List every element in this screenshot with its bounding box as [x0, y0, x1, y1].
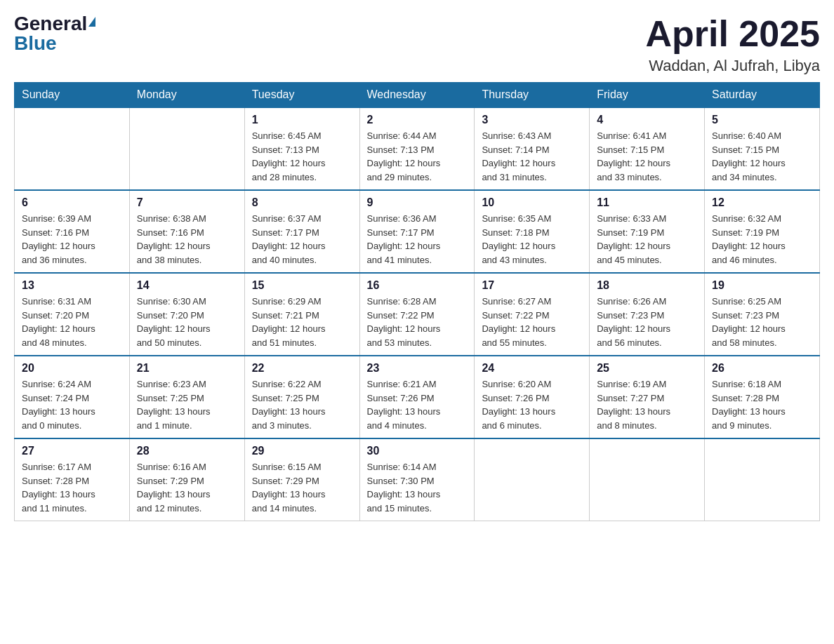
day-cell: 22Sunrise: 6:22 AMSunset: 7:25 PMDayligh…: [244, 356, 359, 438]
day-cell: 28Sunrise: 6:16 AMSunset: 7:29 PMDayligh…: [129, 438, 244, 521]
calendar-title: April 2025: [645, 14, 820, 54]
day-number: 30: [367, 445, 468, 457]
day-cell: 5Sunrise: 6:40 AMSunset: 7:15 PMDaylight…: [705, 107, 820, 190]
day-number: 28: [137, 445, 237, 457]
day-info: Sunrise: 6:45 AMSunset: 7:13 PMDaylight:…: [252, 129, 352, 184]
day-header-wednesday: Wednesday: [359, 83, 475, 108]
day-number: 21: [137, 362, 237, 375]
day-cell: 26Sunrise: 6:18 AMSunset: 7:28 PMDayligh…: [705, 356, 820, 438]
day-info: Sunrise: 6:30 AMSunset: 7:20 PMDaylight:…: [137, 295, 237, 349]
calendar-table: SundayMondayTuesdayWednesdayThursdayFrid…: [14, 82, 820, 521]
day-cell: 3Sunrise: 6:43 AMSunset: 7:14 PMDaylight…: [475, 107, 590, 190]
day-cell: 10Sunrise: 6:35 AMSunset: 7:18 PMDayligh…: [475, 190, 590, 273]
logo-blue-text: Blue: [14, 34, 57, 53]
day-number: 16: [367, 279, 468, 292]
day-info: Sunrise: 6:17 AMSunset: 7:28 PMDaylight:…: [22, 460, 122, 515]
day-cell: [590, 438, 705, 521]
day-cell: 17Sunrise: 6:27 AMSunset: 7:22 PMDayligh…: [475, 273, 590, 356]
day-cell: 16Sunrise: 6:28 AMSunset: 7:22 PMDayligh…: [359, 273, 475, 356]
week-row-2: 6Sunrise: 6:39 AMSunset: 7:16 PMDaylight…: [15, 190, 820, 273]
day-cell: 24Sunrise: 6:20 AMSunset: 7:26 PMDayligh…: [475, 356, 590, 438]
day-info: Sunrise: 6:22 AMSunset: 7:25 PMDaylight:…: [252, 377, 352, 432]
day-info: Sunrise: 6:33 AMSunset: 7:19 PMDaylight:…: [597, 212, 697, 267]
day-cell: 2Sunrise: 6:44 AMSunset: 7:13 PMDaylight…: [359, 107, 475, 190]
day-info: Sunrise: 6:32 AMSunset: 7:19 PMDaylight:…: [712, 212, 812, 267]
day-number: 12: [712, 196, 812, 209]
day-header-saturday: Saturday: [705, 83, 820, 108]
day-info: Sunrise: 6:39 AMSunset: 7:16 PMDaylight:…: [22, 212, 122, 267]
day-number: 9: [367, 196, 468, 209]
day-info: Sunrise: 6:41 AMSunset: 7:15 PMDaylight:…: [597, 129, 697, 184]
day-info: Sunrise: 6:20 AMSunset: 7:26 PMDaylight:…: [482, 377, 582, 432]
day-number: 7: [137, 196, 237, 209]
week-row-4: 20Sunrise: 6:24 AMSunset: 7:24 PMDayligh…: [15, 356, 820, 438]
day-info: Sunrise: 6:18 AMSunset: 7:28 PMDaylight:…: [712, 377, 812, 432]
day-number: 19: [712, 279, 812, 292]
day-number: 18: [597, 279, 697, 292]
day-cell: 19Sunrise: 6:25 AMSunset: 7:23 PMDayligh…: [705, 273, 820, 356]
day-number: 24: [482, 362, 582, 375]
page-header: General Blue April 2025 Waddan, Al Jufra…: [14, 14, 820, 75]
day-info: Sunrise: 6:27 AMSunset: 7:22 PMDaylight:…: [482, 295, 582, 349]
day-info: Sunrise: 6:14 AMSunset: 7:30 PMDaylight:…: [367, 460, 468, 515]
day-number: 5: [712, 114, 812, 126]
day-header-tuesday: Tuesday: [244, 83, 359, 108]
day-cell: 4Sunrise: 6:41 AMSunset: 7:15 PMDaylight…: [590, 107, 705, 190]
day-cell: 23Sunrise: 6:21 AMSunset: 7:26 PMDayligh…: [359, 356, 475, 438]
day-info: Sunrise: 6:23 AMSunset: 7:25 PMDaylight:…: [137, 377, 237, 432]
day-number: 10: [482, 196, 582, 209]
day-info: Sunrise: 6:21 AMSunset: 7:26 PMDaylight:…: [367, 377, 468, 432]
day-cell: 21Sunrise: 6:23 AMSunset: 7:25 PMDayligh…: [129, 356, 244, 438]
day-header-thursday: Thursday: [475, 83, 590, 108]
calendar-location: Waddan, Al Jufrah, Libya: [645, 57, 820, 75]
day-info: Sunrise: 6:24 AMSunset: 7:24 PMDaylight:…: [22, 377, 122, 432]
title-section: April 2025 Waddan, Al Jufrah, Libya: [645, 14, 820, 75]
day-info: Sunrise: 6:36 AMSunset: 7:17 PMDaylight:…: [367, 212, 468, 267]
day-cell: 29Sunrise: 6:15 AMSunset: 7:29 PMDayligh…: [244, 438, 359, 521]
day-info: Sunrise: 6:37 AMSunset: 7:17 PMDaylight:…: [252, 212, 352, 267]
day-info: Sunrise: 6:15 AMSunset: 7:29 PMDaylight:…: [252, 460, 352, 515]
day-number: 26: [712, 362, 812, 375]
day-number: 22: [252, 362, 352, 375]
day-info: Sunrise: 6:35 AMSunset: 7:18 PMDaylight:…: [482, 212, 582, 267]
day-cell: [129, 107, 244, 190]
day-info: Sunrise: 6:25 AMSunset: 7:23 PMDaylight:…: [712, 295, 812, 349]
week-row-1: 1Sunrise: 6:45 AMSunset: 7:13 PMDaylight…: [15, 107, 820, 190]
day-info: Sunrise: 6:26 AMSunset: 7:23 PMDaylight:…: [597, 295, 697, 349]
day-number: 14: [137, 279, 237, 292]
day-cell: 9Sunrise: 6:36 AMSunset: 7:17 PMDaylight…: [359, 190, 475, 273]
day-number: 27: [22, 445, 122, 457]
day-number: 13: [22, 279, 122, 292]
day-cell: 15Sunrise: 6:29 AMSunset: 7:21 PMDayligh…: [244, 273, 359, 356]
week-row-3: 13Sunrise: 6:31 AMSunset: 7:20 PMDayligh…: [15, 273, 820, 356]
day-cell: 11Sunrise: 6:33 AMSunset: 7:19 PMDayligh…: [590, 190, 705, 273]
day-number: 3: [482, 114, 582, 126]
day-info: Sunrise: 6:19 AMSunset: 7:27 PMDaylight:…: [597, 377, 697, 432]
day-number: 25: [597, 362, 697, 375]
logo: General Blue: [14, 14, 95, 53]
day-info: Sunrise: 6:28 AMSunset: 7:22 PMDaylight:…: [367, 295, 468, 349]
day-header-sunday: Sunday: [15, 83, 130, 108]
day-cell: 6Sunrise: 6:39 AMSunset: 7:16 PMDaylight…: [15, 190, 130, 273]
day-cell: [705, 438, 820, 521]
day-cell: 12Sunrise: 6:32 AMSunset: 7:19 PMDayligh…: [705, 190, 820, 273]
day-cell: 1Sunrise: 6:45 AMSunset: 7:13 PMDaylight…: [244, 107, 359, 190]
day-cell: 30Sunrise: 6:14 AMSunset: 7:30 PMDayligh…: [359, 438, 475, 521]
day-number: 20: [22, 362, 122, 375]
day-info: Sunrise: 6:16 AMSunset: 7:29 PMDaylight:…: [137, 460, 237, 515]
day-number: 6: [22, 196, 122, 209]
day-cell: 13Sunrise: 6:31 AMSunset: 7:20 PMDayligh…: [15, 273, 130, 356]
day-info: Sunrise: 6:44 AMSunset: 7:13 PMDaylight:…: [367, 129, 468, 184]
day-cell: [475, 438, 590, 521]
day-info: Sunrise: 6:40 AMSunset: 7:15 PMDaylight:…: [712, 129, 812, 184]
day-number: 17: [482, 279, 582, 292]
day-cell: 14Sunrise: 6:30 AMSunset: 7:20 PMDayligh…: [129, 273, 244, 356]
day-header-monday: Monday: [129, 83, 244, 108]
day-number: 23: [367, 362, 468, 375]
day-number: 4: [597, 114, 697, 126]
day-info: Sunrise: 6:43 AMSunset: 7:14 PMDaylight:…: [482, 129, 582, 184]
day-info: Sunrise: 6:29 AMSunset: 7:21 PMDaylight:…: [252, 295, 352, 349]
calendar-header-row: SundayMondayTuesdayWednesdayThursdayFrid…: [15, 83, 820, 108]
day-cell: 8Sunrise: 6:37 AMSunset: 7:17 PMDaylight…: [244, 190, 359, 273]
day-info: Sunrise: 6:38 AMSunset: 7:16 PMDaylight:…: [137, 212, 237, 267]
